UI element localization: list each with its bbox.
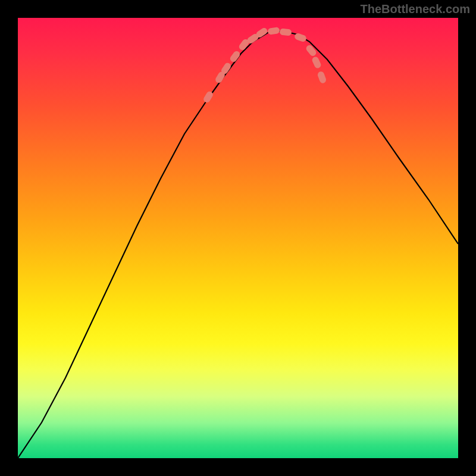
watermark-text: TheBottleneck.com [361, 2, 470, 16]
highlight-marker [267, 27, 280, 35]
chart-frame: TheBottleneck.com [0, 0, 476, 476]
highlight-marker [280, 29, 292, 36]
plot-area [18, 18, 458, 458]
highlight-dots [202, 27, 327, 104]
highlight-marker [311, 56, 322, 70]
highlight-marker [317, 71, 327, 84]
curve-overlay [18, 18, 458, 458]
bottleneck-curve-path [18, 31, 458, 458]
highlight-marker [305, 44, 317, 57]
